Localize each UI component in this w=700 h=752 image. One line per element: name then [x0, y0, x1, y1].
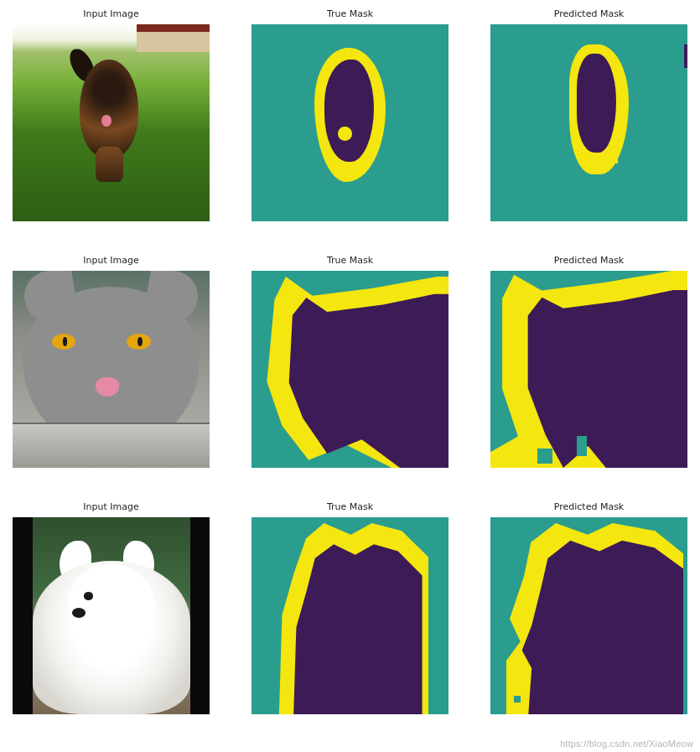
cat-pupil — [137, 337, 143, 346]
mask-hole — [338, 127, 351, 140]
cat-pupil — [63, 337, 68, 346]
noise-dot — [506, 702, 511, 707]
mask-foreground — [577, 54, 616, 153]
input-image-cat — [13, 271, 210, 468]
cell-r1-true: True Mask — [247, 8, 453, 221]
input-image-dog — [13, 24, 210, 221]
whitedog-eye — [84, 592, 94, 599]
cell-r1-pred: Predicted Mask — [486, 8, 692, 221]
cat-eye-right — [127, 334, 150, 350]
cat-face — [23, 287, 200, 444]
cell-r1-input: Input Image — [8, 8, 214, 221]
true-mask-whitedog — [251, 517, 449, 714]
cell-r2-true: True Mask — [247, 255, 453, 468]
whitedog-nose — [72, 608, 86, 618]
title-pred: Predicted Mask — [554, 501, 624, 512]
noise-dot — [518, 705, 523, 710]
cat-eye-left — [52, 334, 75, 350]
cell-r2-pred: Predicted Mask — [486, 255, 692, 468]
noise-patch — [514, 696, 521, 703]
mask-foreground — [324, 60, 374, 162]
pred-mask-whitedog — [490, 517, 687, 714]
cell-r3-pred: Predicted Mask — [486, 501, 692, 714]
title-pred: Predicted Mask — [554, 8, 624, 19]
pred-mask-dog — [490, 24, 687, 221]
dog-legs — [96, 147, 123, 182]
building-roof — [137, 24, 210, 32]
cell-r3-input: Input Image — [8, 501, 214, 714]
noise-patch — [577, 436, 587, 456]
noise-dot — [604, 166, 609, 171]
noise-patch — [537, 449, 552, 464]
noise-dot — [526, 443, 531, 449]
bowl — [13, 423, 210, 468]
whitedog-head — [68, 564, 154, 643]
title-input: Input Image — [83, 8, 138, 19]
title-true: True Mask — [327, 8, 373, 19]
true-mask-dog — [251, 24, 449, 221]
noise-patch — [684, 44, 687, 68]
cell-r2-input: Input Image — [8, 255, 214, 468]
title-input: Input Image — [83, 255, 138, 266]
true-mask-cat — [251, 271, 449, 468]
dog-tongue — [101, 115, 111, 127]
cell-r3-true: True Mask — [247, 501, 453, 714]
results-grid: Input Image True Mask Predicted Mask I — [8, 8, 692, 714]
title-pred: Predicted Mask — [554, 255, 624, 266]
dog-body — [80, 60, 139, 158]
pred-mask-cat — [490, 271, 687, 468]
input-image-whitedog — [13, 517, 210, 714]
noise-dot — [511, 455, 516, 460]
title-true: True Mask — [327, 255, 373, 266]
title-input: Input Image — [83, 501, 138, 512]
noise-dot — [613, 158, 618, 163]
title-true: True Mask — [327, 501, 373, 512]
